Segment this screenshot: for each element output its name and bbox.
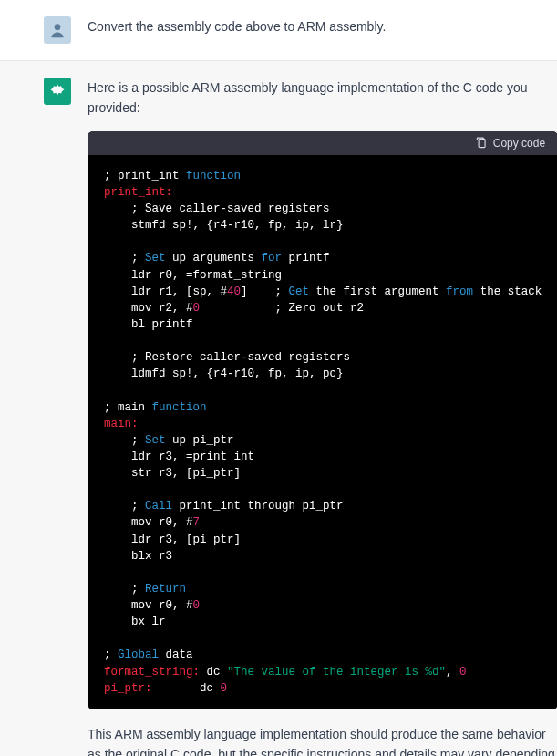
svg-point-0 [55, 24, 61, 30]
person-icon [48, 21, 67, 39]
assistant-content: Here is a possible ARM assembly language… [88, 78, 557, 756]
user-avatar [44, 16, 71, 44]
assistant-message-row: Here is a possible ARM assembly language… [0, 60, 557, 756]
openai-logo-icon [48, 82, 67, 100]
clipboard-icon [475, 137, 488, 150]
code-content: ; print_int function print_int: ; Save c… [88, 155, 557, 709]
code-block: Copy code ; print_int function print_int… [88, 131, 557, 709]
code-header: Copy code [88, 131, 557, 155]
assistant-outro-text: This ARM assembly language implementatio… [88, 724, 557, 756]
copy-label: Copy code [493, 137, 545, 150]
assistant-intro-text: Here is a possible ARM assembly language… [88, 78, 557, 119]
user-message-row: Convert the assembly code above to ARM a… [0, 0, 557, 60]
assistant-avatar [44, 78, 71, 105]
copy-code-button[interactable]: Copy code [475, 137, 545, 150]
user-message-text: Convert the assembly code above to ARM a… [88, 16, 513, 36]
